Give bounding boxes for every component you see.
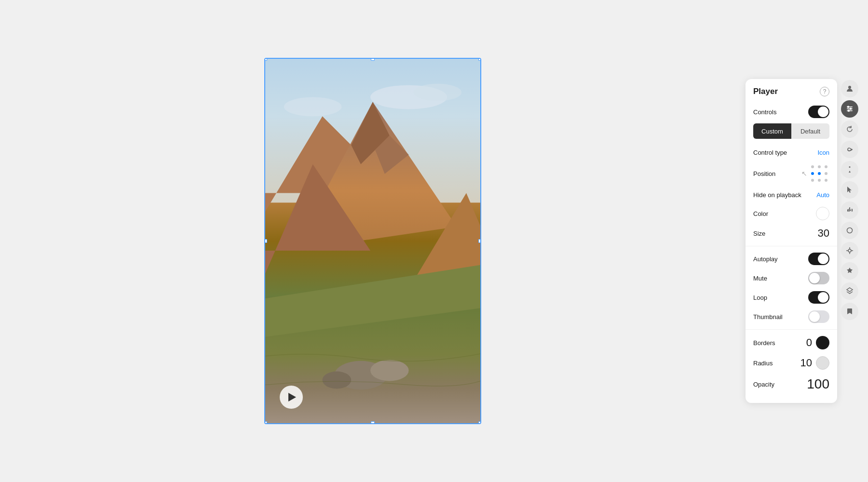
svg-point-25 bbox=[848, 249, 851, 252]
opacity-value[interactable]: 100 bbox=[807, 376, 829, 392]
crosshair-icon bbox=[846, 247, 854, 254]
borders-value[interactable]: 0 bbox=[806, 336, 812, 349]
accessibility-icon bbox=[846, 166, 854, 174]
svg-point-21 bbox=[848, 110, 850, 112]
controls-toggle[interactable] bbox=[808, 106, 829, 118]
hand-icon-button[interactable] bbox=[841, 201, 858, 219]
mute-toggle[interactable] bbox=[808, 272, 829, 284]
color-row: Color bbox=[746, 203, 837, 224]
pos-dot-22[interactable] bbox=[818, 172, 821, 175]
radius-control: 10 bbox=[800, 356, 829, 370]
hide-on-playback-value[interactable]: Auto bbox=[816, 191, 829, 199]
infinity-icon-button[interactable] bbox=[841, 141, 858, 158]
svg-point-15 bbox=[848, 86, 851, 89]
svg-point-3 bbox=[284, 97, 341, 117]
circle-icon bbox=[846, 227, 854, 234]
pos-dot-13[interactable] bbox=[825, 165, 827, 168]
resize-handle-tc[interactable] bbox=[371, 58, 375, 61]
refresh-icon bbox=[846, 125, 854, 133]
radius-color-swatch[interactable] bbox=[816, 356, 829, 370]
icon-toolbar bbox=[841, 79, 858, 320]
sliders-icon-button[interactable] bbox=[841, 100, 858, 118]
play-icon bbox=[288, 393, 296, 402]
svg-point-14 bbox=[323, 372, 352, 389]
resize-handle-tr[interactable] bbox=[478, 58, 481, 61]
svg-point-19 bbox=[847, 106, 849, 108]
bookmark-icon bbox=[846, 308, 854, 315]
right-panel: Player ? Controls Custom Default Control… bbox=[746, 79, 868, 403]
mute-row: Mute bbox=[746, 268, 837, 288]
controls-row: Controls bbox=[746, 102, 837, 121]
loop-label: Loop bbox=[753, 294, 767, 301]
mute-label: Mute bbox=[753, 275, 767, 282]
refresh-icon-button[interactable] bbox=[841, 120, 858, 138]
pos-dot-23[interactable] bbox=[825, 172, 827, 175]
position-grid[interactable] bbox=[811, 164, 829, 183]
layers-icon bbox=[846, 287, 854, 295]
resize-handle-br[interactable] bbox=[478, 421, 481, 424]
pos-dot-32[interactable] bbox=[818, 179, 821, 182]
circle-icon-button[interactable] bbox=[841, 222, 858, 239]
resize-handle-mr[interactable] bbox=[478, 239, 481, 243]
mountain-landscape bbox=[265, 59, 480, 423]
pos-dot-12[interactable] bbox=[818, 165, 821, 168]
infinity-icon bbox=[846, 146, 854, 153]
star-icon-button[interactable] bbox=[841, 262, 858, 280]
bookmark-icon-button[interactable] bbox=[841, 303, 858, 320]
hide-on-playback-label: Hide on playback bbox=[753, 191, 801, 199]
borders-label: Borders bbox=[753, 339, 775, 347]
layers-icon-button[interactable] bbox=[841, 282, 858, 300]
segment-group: Custom Default bbox=[746, 121, 837, 144]
panel-title: Player bbox=[753, 87, 778, 96]
svg-marker-30 bbox=[847, 288, 853, 292]
borders-color-swatch[interactable] bbox=[816, 336, 829, 349]
loop-toggle-knob bbox=[818, 292, 828, 303]
control-type-value[interactable]: Icon bbox=[817, 149, 829, 156]
help-button[interactable]: ? bbox=[820, 87, 829, 96]
opacity-row: Opacity 100 bbox=[746, 373, 837, 395]
person-icon-button[interactable] bbox=[841, 80, 858, 97]
accessibility-icon-button[interactable] bbox=[841, 161, 858, 178]
play-button[interactable] bbox=[280, 386, 303, 409]
svg-point-24 bbox=[847, 228, 853, 233]
thumbnail-row: Thumbnail bbox=[746, 307, 837, 326]
pos-dot-33[interactable] bbox=[825, 179, 827, 182]
radius-value[interactable]: 10 bbox=[800, 357, 812, 369]
position-arrow-icon: ↖ bbox=[801, 170, 807, 177]
thumbnail-toggle[interactable] bbox=[808, 310, 829, 323]
loop-toggle[interactable] bbox=[808, 291, 829, 304]
resize-handle-ml[interactable] bbox=[264, 239, 267, 243]
position-row: Position ↖ bbox=[746, 161, 837, 186]
sliders-icon bbox=[846, 105, 854, 113]
radius-label: Radius bbox=[753, 360, 773, 367]
resize-handle-tl[interactable] bbox=[264, 58, 267, 61]
size-value[interactable]: 30 bbox=[818, 227, 829, 240]
position-control[interactable]: ↖ bbox=[801, 164, 829, 183]
autoplay-toggle-knob bbox=[818, 254, 828, 264]
pos-dot-21[interactable] bbox=[811, 172, 814, 175]
autoplay-toggle[interactable] bbox=[808, 253, 829, 265]
default-tab[interactable]: Default bbox=[791, 123, 829, 139]
size-row: Size 30 bbox=[746, 224, 837, 243]
color-swatch[interactable] bbox=[816, 207, 829, 220]
cursor-icon-button[interactable] bbox=[841, 181, 858, 199]
size-label: Size bbox=[753, 230, 765, 237]
hand-icon bbox=[846, 206, 854, 214]
opacity-label: Opacity bbox=[753, 381, 774, 388]
pos-dot-31[interactable] bbox=[811, 179, 814, 182]
resize-handle-bc[interactable] bbox=[371, 421, 375, 424]
borders-control: 0 bbox=[806, 336, 829, 349]
crosshair-icon-button[interactable] bbox=[841, 242, 858, 259]
mute-toggle-knob bbox=[809, 273, 820, 283]
video-preview[interactable] bbox=[264, 58, 481, 424]
divider-2 bbox=[746, 329, 837, 330]
controls-toggle-knob bbox=[818, 107, 828, 117]
autoplay-label: Autoplay bbox=[753, 255, 778, 263]
custom-tab[interactable]: Custom bbox=[753, 123, 791, 139]
hide-on-playback-row: Hide on playback Auto bbox=[746, 186, 837, 203]
resize-handle-bl[interactable] bbox=[264, 421, 267, 424]
svg-point-13 bbox=[370, 360, 409, 381]
control-type-label: Control type bbox=[753, 149, 787, 156]
pos-dot-11[interactable] bbox=[811, 165, 814, 168]
thumbnail-label: Thumbnail bbox=[753, 313, 783, 321]
